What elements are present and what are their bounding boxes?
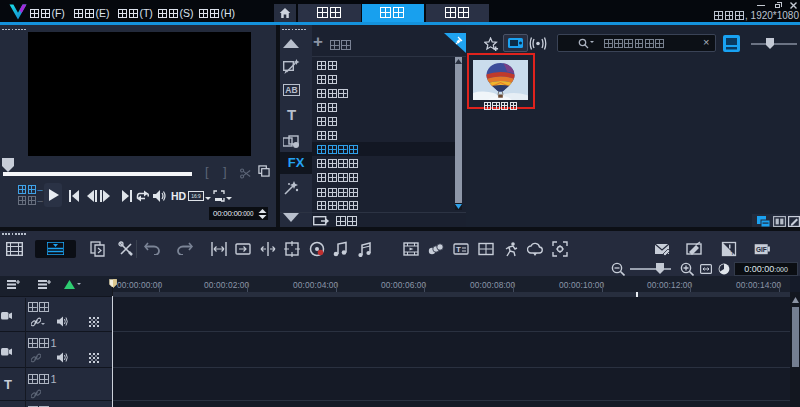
svg-text:T: T bbox=[731, 249, 735, 255]
svg-text:GIF: GIF bbox=[756, 246, 767, 253]
svg-text:T: T bbox=[456, 245, 461, 254]
